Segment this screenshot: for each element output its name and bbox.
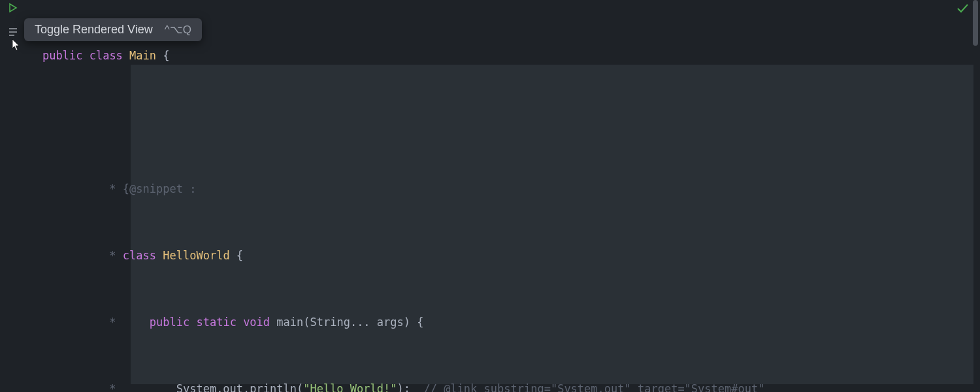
code-line: * class HelloWorld { <box>42 244 980 267</box>
keyword: public <box>42 49 82 62</box>
run-icon[interactable] <box>7 1 20 14</box>
code-line: * public static void main(String... args… <box>42 311 980 333</box>
class-name: Main <box>129 49 156 62</box>
keyword: void <box>243 316 270 329</box>
javadoc-tag: {@snippet : <box>123 182 197 195</box>
tooltip-label: Toggle Rendered View <box>35 23 153 37</box>
mouse-pointer-icon <box>10 38 23 55</box>
code-line <box>42 111 980 133</box>
code-line: public class Main { <box>42 44 980 67</box>
toggle-rendered-view-icon[interactable] <box>7 25 20 39</box>
code-editor[interactable]: public class Main { * {@snippet : * clas… <box>42 0 980 392</box>
code-line: * {@snippet : <box>42 178 980 200</box>
string-literal: "Hello World!" <box>303 382 397 392</box>
tooltip: Toggle Rendered View ^⌥Q <box>24 18 202 41</box>
class-name: HelloWorld <box>163 249 229 262</box>
comment: // @link substring="System.out" target="… <box>423 382 764 392</box>
tooltip-shortcut: ^⌥Q <box>165 23 191 37</box>
keyword: static <box>196 316 236 329</box>
editor-gutter <box>0 0 26 392</box>
keyword: class <box>90 49 123 62</box>
keyword: public <box>150 316 189 329</box>
code-line: * System.out.println("Hello World!"); //… <box>42 378 980 392</box>
keyword: class <box>123 249 156 262</box>
